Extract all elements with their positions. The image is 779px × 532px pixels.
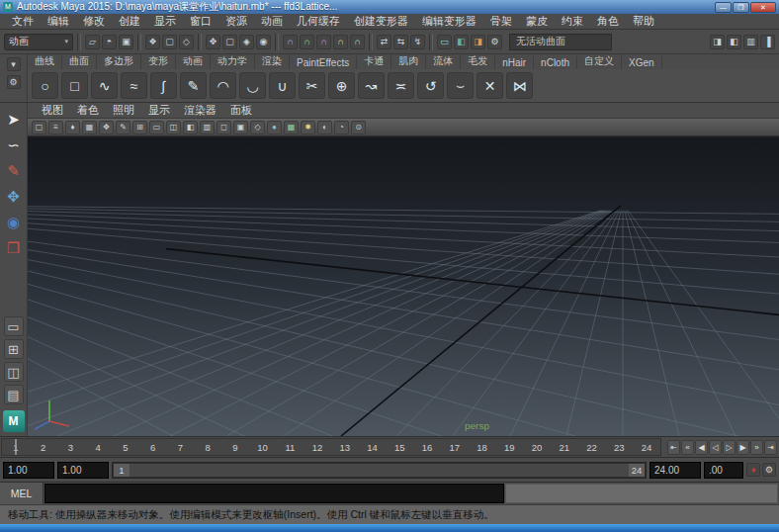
go-to-end-button[interactable]: ⇥	[764, 440, 777, 455]
bezier-curve-tool-icon[interactable]: ∫	[150, 72, 177, 99]
paint-select-tool-icon[interactable]: ✎	[3, 160, 25, 182]
cut-curve-icon[interactable]: ✕	[476, 72, 503, 99]
frame-number[interactable]: 11	[277, 439, 304, 455]
close-button[interactable]: ✕	[750, 2, 776, 13]
animation-preferences-icon[interactable]: ⚙	[762, 463, 776, 477]
attach-curves-icon[interactable]: ∪	[269, 72, 296, 99]
time-slider-track[interactable]: 123456789101112131415161718192021222324	[1, 438, 661, 456]
snap-to-grid-icon[interactable]: ∩	[283, 35, 298, 49]
frame-number[interactable]: 23	[606, 439, 634, 455]
panel-menu-lighting[interactable]: 照明	[107, 103, 140, 118]
persp-outliner-layout-icon[interactable]: ◫	[4, 362, 24, 382]
safe-title-icon[interactable]: ▣	[233, 121, 248, 134]
select-camera-icon[interactable]: ▢	[32, 121, 46, 134]
menu-animate[interactable]: 动画	[255, 14, 289, 29]
nurbs-square-icon[interactable]: □	[61, 72, 88, 99]
play-backwards-button[interactable]: ◁	[709, 440, 722, 455]
scale-tool-icon[interactable]: ❒	[3, 237, 25, 259]
grid-icon[interactable]: ⊞	[132, 121, 147, 134]
maximize-button[interactable]: ❐	[733, 2, 749, 13]
menu-constrain[interactable]: 约束	[556, 14, 589, 29]
shelf-tab-painteffects[interactable]: PaintEffects	[290, 56, 357, 69]
rotate-tool-icon[interactable]: ◉	[3, 212, 25, 233]
shelf-tab-nhair[interactable]: nHair	[495, 56, 534, 69]
channel-box-toggle-icon[interactable]: ▥	[743, 35, 758, 49]
shelf-tab-deform[interactable]: 变形	[141, 54, 176, 69]
fillet-curve-icon[interactable]: ⌣	[447, 72, 474, 99]
shelf-tab-polygons[interactable]: 多边形	[97, 54, 141, 69]
frame-number[interactable]: 7	[167, 439, 195, 455]
make-live-icon[interactable]: ∩	[350, 35, 365, 49]
range-end-handle[interactable]: 24	[629, 464, 645, 477]
extend-curve-icon[interactable]: ↝	[358, 72, 385, 99]
select-deformations-icon[interactable]: ◈	[239, 35, 254, 49]
four-pane-layout-icon[interactable]: ⊞	[4, 339, 24, 359]
shelf-gear-icon[interactable]: ⚙	[7, 75, 21, 89]
field-chart-icon[interactable]: ▥	[200, 121, 215, 134]
arc-3-point-icon[interactable]: ◠	[210, 72, 236, 99]
attribute-editor-toggle-icon[interactable]: ◨	[710, 35, 725, 49]
frame-number[interactable]: 6	[139, 439, 167, 455]
rebuild-curve-icon[interactable]: ↺	[417, 72, 444, 99]
shelf-tab-muscle[interactable]: 肌肉	[391, 54, 426, 69]
grease-pencil-icon[interactable]: ✎	[116, 121, 130, 134]
menu-skeleton[interactable]: 骨架	[484, 14, 518, 29]
offset-curve-icon[interactable]: ≍	[388, 72, 414, 99]
frame-number[interactable]: 24	[633, 439, 660, 455]
intersect-curves-icon[interactable]: ⋈	[506, 72, 533, 99]
wireframe-icon[interactable]: ◇	[250, 121, 265, 134]
isolate-select-icon[interactable]: ⊙	[351, 121, 366, 134]
panel-menu-panels[interactable]: 面板	[224, 103, 258, 118]
shelf-tab-curves[interactable]: 曲线	[28, 54, 62, 69]
shelf-tab-surfaces[interactable]: 曲面	[62, 54, 97, 69]
resolution-gate-icon[interactable]: ◫	[166, 121, 181, 134]
menu-window[interactable]: 窗口	[184, 14, 217, 29]
command-line-input[interactable]	[44, 484, 504, 503]
menu-create[interactable]: 创建	[113, 14, 146, 29]
output-connections-icon[interactable]: ⇆	[393, 35, 408, 49]
frame-number[interactable]: 9	[221, 439, 249, 455]
panel-menu-renderer[interactable]: 渲染器	[178, 103, 222, 118]
shelf-tab-animation[interactable]: 动画	[176, 54, 211, 69]
textured-icon[interactable]: ▦	[284, 121, 299, 134]
menu-modify[interactable]: 修改	[77, 14, 111, 29]
render-current-frame-icon[interactable]: ◧	[454, 35, 469, 49]
minimize-button[interactable]: —	[715, 2, 732, 13]
animation-start-field[interactable]: 1.00	[57, 462, 109, 479]
panel-menu-shading[interactable]: 着色	[71, 103, 105, 118]
tool-settings-toggle-icon[interactable]: ◧	[727, 35, 741, 49]
playback-start-field[interactable]: 1.00	[3, 462, 54, 479]
single-pane-layout-icon[interactable]: ▭	[4, 316, 24, 336]
pencil-curve-tool-icon[interactable]: ✎	[180, 72, 207, 99]
frame-number[interactable]: 10	[249, 439, 277, 455]
menu-character[interactable]: 角色	[591, 14, 625, 29]
go-to-start-button[interactable]: ⇤	[667, 440, 680, 455]
select-tool-icon[interactable]: ➤	[3, 109, 25, 131]
new-scene-icon[interactable]: ▱	[85, 35, 100, 49]
shelf-tab-rendering[interactable]: 渲染	[255, 54, 290, 69]
maya-logo-icon[interactable]: M	[3, 410, 25, 432]
render-settings-icon[interactable]: ⚙	[487, 35, 502, 49]
shelf-tab-hair[interactable]: 毛发	[461, 54, 495, 69]
step-forward-key-button[interactable]: ▶	[736, 440, 749, 455]
film-gate-icon[interactable]: ▭	[149, 121, 164, 134]
frame-number[interactable]: 22	[578, 439, 606, 455]
snap-to-point-icon[interactable]: ∩	[316, 35, 331, 49]
frame-number[interactable]: 21	[551, 439, 578, 455]
2d-pan-zoom-icon[interactable]: ✥	[99, 121, 114, 134]
select-surfaces-icon[interactable]: ▢	[222, 35, 237, 49]
status-separator[interactable]	[369, 34, 373, 50]
bookmarks-icon[interactable]: ♦	[65, 121, 80, 134]
current-time-indicator[interactable]	[15, 439, 17, 455]
panel-menu-view[interactable]: 视图	[36, 103, 69, 118]
shelf-tab-ncloth[interactable]: nCloth	[534, 56, 577, 69]
menu-create-deformers[interactable]: 创建变形器	[348, 14, 414, 29]
select-handles-icon[interactable]: ✥	[206, 35, 220, 49]
open-render-view-icon[interactable]: ▭	[437, 35, 452, 49]
select-object-icon[interactable]: ▢	[162, 35, 177, 49]
frame-number[interactable]: 3	[57, 439, 85, 455]
menu-assets[interactable]: 资源	[219, 14, 253, 29]
detach-curves-icon[interactable]: ✂	[299, 72, 325, 99]
step-forward-frame-button[interactable]: »	[750, 440, 763, 455]
construction-history-icon[interactable]: ↯	[410, 35, 425, 49]
